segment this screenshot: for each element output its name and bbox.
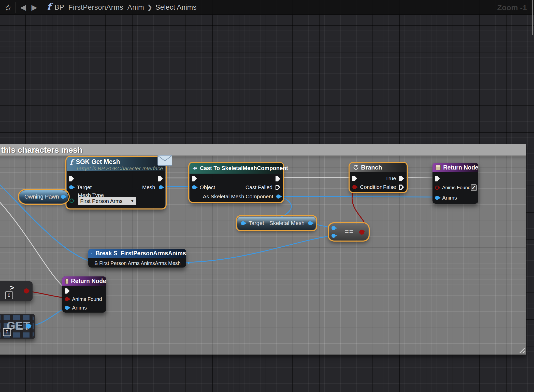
- greater-operator: >: [10, 283, 14, 292]
- pin-label: S First Person Arms Anims: [94, 260, 155, 266]
- node-equals[interactable]: ==: [329, 223, 368, 240]
- toolbar-divider: [42, 2, 42, 13]
- equals-operator: ==: [345, 228, 354, 235]
- pin-label: Anims Found: [442, 185, 471, 190]
- node-title: Return Node: [443, 164, 478, 171]
- return-icon: [436, 165, 441, 170]
- exec-in-pin[interactable]: [352, 176, 357, 181]
- anims-found-input-pin[interactable]: [435, 186, 439, 190]
- envelope-icon: [157, 154, 173, 166]
- zoom-level-indicator: Zoom -1: [497, 3, 527, 12]
- node-title: Return Node: [71, 278, 106, 285]
- node-subtitle: Target is BP SGKCharacter Interface: [76, 165, 163, 172]
- node-break-struct[interactable]: Break S_FirstPersonArmsAnims S First Per…: [88, 249, 186, 268]
- mesh-type-value: First Person Arms: [80, 198, 123, 204]
- node-cast-to-skeletalmeshcomponent[interactable]: ↠ Cast To SkeletalMeshComponent Object C…: [190, 163, 283, 202]
- function-graph-icon: f: [47, 1, 51, 12]
- cast-failed-exec-pin[interactable]: [276, 185, 280, 190]
- target-input-pin[interactable]: [241, 221, 245, 225]
- equals-input-a-pin[interactable]: [331, 226, 336, 230]
- node-title: Branch: [361, 164, 382, 171]
- function-icon: f: [70, 158, 73, 166]
- node-title: Break S_FirstPersonArmsAnims: [96, 250, 186, 257]
- greater-output-pin[interactable]: [24, 288, 29, 293]
- pin-label: As Skeletal Mesh Component: [203, 193, 273, 200]
- exec-out-pin[interactable]: [158, 176, 163, 181]
- pin-label: Anims: [72, 305, 87, 311]
- node-greater[interactable]: > 0: [0, 281, 33, 301]
- object-input-pin[interactable]: [192, 185, 196, 189]
- graph-toolbar: ☆ ◀ ▶ f BP_FirstPersonArms_Anim ❯ Select…: [0, 0, 534, 15]
- node-title: SGK Get Mesh: [76, 158, 163, 165]
- comment-title: this characters mesh: [1, 145, 82, 155]
- node-array-get[interactable]: GET 0: [0, 314, 35, 339]
- pin-label: Object: [200, 184, 215, 190]
- index-input-box[interactable]: 0: [3, 328, 11, 336]
- breadcrumb-chevron-icon: ❯: [147, 4, 152, 11]
- target-input-pin[interactable]: [69, 185, 73, 189]
- mesh-output-pin[interactable]: [159, 185, 163, 189]
- forward-arrow-icon[interactable]: ▶: [29, 3, 40, 12]
- node-owning-pawn[interactable]: Owning Pawn: [19, 190, 68, 203]
- exec-in-pin[interactable]: [69, 176, 74, 181]
- owning-pawn-output-pin[interactable]: [61, 195, 65, 199]
- exec-in-pin[interactable]: [192, 176, 197, 181]
- mesh-type-dropdown[interactable]: First Person Arms ▼: [78, 197, 136, 205]
- pin-label: Skeletal Mesh: [269, 220, 305, 227]
- pin-label: True: [385, 175, 396, 181]
- pin-label: Condition: [360, 184, 383, 190]
- node-return-top[interactable]: Return Node Anims Found ✓ Anims: [432, 163, 478, 204]
- node-branch[interactable]: Branch True Condition False: [350, 163, 407, 192]
- anims-found-checkbox[interactable]: ✓: [471, 184, 477, 191]
- branch-icon: [353, 164, 359, 171]
- favorite-star-icon[interactable]: ☆: [3, 2, 13, 12]
- node-sgk-get-mesh[interactable]: f SGK Get Mesh Target is BP SGKCharacter…: [67, 157, 165, 208]
- equals-input-b-pin[interactable]: [331, 234, 336, 238]
- as-skeletal-mesh-component-output-pin[interactable]: [276, 194, 280, 199]
- dropdown-caret-icon: ▼: [131, 199, 134, 203]
- back-arrow-icon[interactable]: ◀: [18, 3, 29, 12]
- comment-header[interactable]: this characters mesh: [0, 144, 526, 156]
- pin-label: False: [383, 184, 396, 190]
- toolbar-divider: [15, 2, 16, 13]
- exec-out-pin[interactable]: [276, 176, 280, 181]
- exec-in-pin[interactable]: [65, 288, 70, 294]
- node-get-skeletal-mesh[interactable]: Target Skeletal Mesh: [237, 217, 316, 230]
- equals-output-pin[interactable]: [359, 230, 364, 235]
- pin-label: Cast Failed: [246, 184, 272, 190]
- pin-label: Anims Found: [72, 296, 102, 302]
- mesh-type-enum-pin[interactable]: [69, 199, 74, 203]
- node-title: Cast To SkeletalMeshComponent: [200, 165, 288, 172]
- blueprint-graph-canvas[interactable]: this characters mesh f SGK Get Mesh Targ…: [0, 0, 534, 392]
- skeletal-mesh-output-pin[interactable]: [308, 221, 312, 225]
- return-icon: [65, 278, 68, 284]
- cast-icon: ↠: [193, 165, 197, 172]
- pin-label: Anims: [442, 195, 457, 201]
- true-exec-pin[interactable]: [399, 176, 404, 181]
- false-exec-pin[interactable]: [399, 185, 404, 190]
- variable-label: Owning Pawn: [24, 193, 59, 200]
- pin-label: Target: [249, 220, 264, 227]
- pin-label: Target: [77, 184, 92, 190]
- condition-input-pin[interactable]: [352, 185, 356, 189]
- anims-input-pin[interactable]: [65, 306, 69, 310]
- pin-label: Mesh: [142, 184, 155, 190]
- break-struct-icon: [91, 251, 94, 256]
- pin-label: Arms Mesh: [155, 260, 181, 266]
- exec-in-pin[interactable]: [435, 176, 440, 181]
- array-get-output-pin[interactable]: [26, 324, 31, 329]
- breadcrumb-blueprint[interactable]: BP_FirstPersonArms_Anim: [54, 3, 144, 11]
- node-return-bottom[interactable]: Return Node Anims Found Anims: [62, 276, 106, 313]
- anims-input-pin[interactable]: [435, 196, 439, 200]
- anims-found-input-pin[interactable]: [65, 297, 69, 301]
- breadcrumb-function[interactable]: Select Anims: [155, 3, 197, 11]
- index-input-box[interactable]: 0: [5, 291, 13, 299]
- vertical-scrollbar-thumb[interactable]: [532, 0, 533, 35]
